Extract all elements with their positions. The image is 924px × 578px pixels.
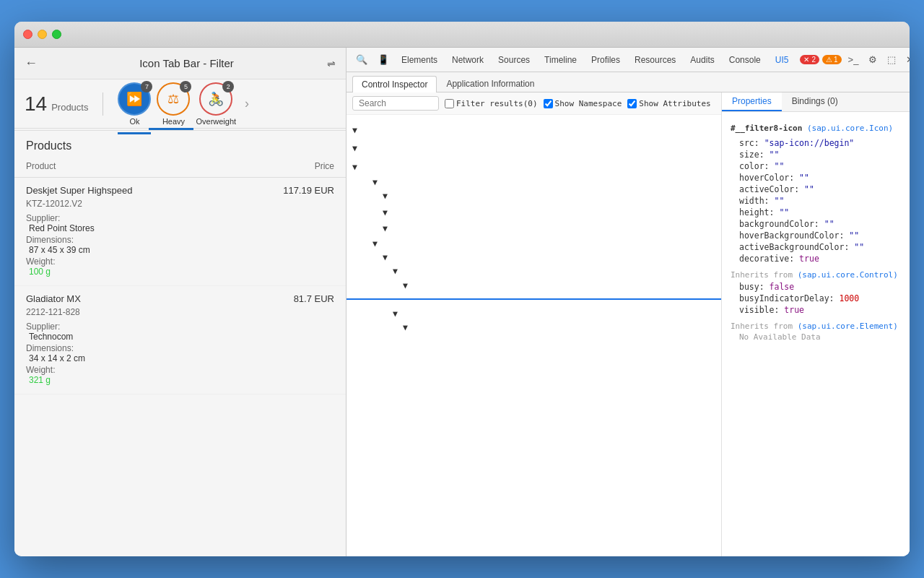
search-icon-btn[interactable]: 🔍 — [352, 52, 371, 67]
tab-sources[interactable]: Sources — [492, 53, 536, 67]
tab-icon-ok[interactable]: ⏩ 7 Ok — [118, 82, 151, 126]
left-panel-title: Icon Tab Bar - Filter — [46, 57, 327, 69]
show-namespace-checkbox[interactable]: Show Namespace — [544, 99, 622, 108]
tree-line[interactable]: ▼ — [346, 237, 721, 251]
product-top-row: Deskjet Super Highspeed 117.19 EUR — [26, 185, 334, 196]
device-icon-btn[interactable]: 📱 — [374, 52, 393, 67]
tree-line[interactable]: ▼ — [346, 279, 721, 293]
prop-line: width: "" — [731, 195, 901, 207]
tree-line[interactable]: ▼ — [346, 142, 721, 155]
props-tabs: Properties Bindings (0) — [722, 92, 910, 112]
tab-icon-heavy[interactable]: ⚖ 5 Heavy — [157, 82, 190, 126]
tab-app-info[interactable]: Application Information — [437, 75, 544, 92]
no-data-text: No Available Data — [731, 332, 901, 342]
filter-bar: Filter results(0) Show Namespace Show At… — [346, 92, 721, 115]
title-bar — [14, 22, 910, 48]
filter-results-label: Filter results(0) — [456, 99, 538, 108]
tab-resources[interactable]: Resources — [629, 53, 681, 67]
tree-line[interactable]: ▼ — [346, 321, 721, 335]
tree-line[interactable]: ▼ — [346, 206, 721, 220]
heavy-label: Heavy — [162, 117, 185, 126]
close-devtools-btn[interactable]: ✕ — [902, 52, 910, 67]
supplier-label: Supplier: — [26, 213, 334, 223]
tree-line[interactable]: ▼ — [346, 222, 721, 236]
selected-element-header: #__filter8-icon (sap.ui.core.Icon) — [731, 124, 901, 134]
tab-console[interactable]: Console — [723, 53, 767, 67]
supplier-val: Red Point Stores — [29, 223, 334, 233]
props-content: #__filter8-icon (sap.ui.core.Icon) src: … — [722, 112, 910, 348]
back-button[interactable]: ← — [25, 56, 38, 71]
tab-timeline[interactable]: Timeline — [539, 53, 583, 67]
tree-line[interactable]: ▼ — [346, 251, 721, 264]
tab-control-inspector[interactable]: Control Inspector — [352, 76, 437, 92]
prop-line: activeBackgroundColor: "" — [731, 241, 901, 253]
tab-audits[interactable]: Audits — [684, 53, 720, 67]
tab-arrow-right[interactable]: › — [242, 93, 252, 114]
show-attributes-checkbox[interactable]: Show Attributes — [627, 99, 710, 108]
product-item[interactable]: Deskjet Super Highspeed 117.19 EUR KTZ-1… — [14, 178, 346, 286]
props-tab-properties[interactable]: Properties — [722, 92, 782, 111]
prop-line: color: "" — [731, 160, 901, 172]
tree-line[interactable]: ▼ — [346, 307, 721, 321]
control-prop-lines: busy: falsebusyIndicatorDelay: 1000visib… — [731, 281, 901, 316]
tree-line[interactable]: ▼ — [346, 124, 721, 137]
heavy-circle: ⚖ 5 — [157, 82, 190, 116]
minimize-button[interactable] — [38, 30, 47, 39]
product-price: 81.7 EUR — [294, 293, 334, 304]
tab-elements[interactable]: Elements — [396, 53, 443, 67]
product-item[interactable]: Gladiator MX 81.7 EUR 2212-121-828 Suppl… — [14, 286, 346, 394]
supplier-label: Supplier: — [26, 322, 334, 332]
tab-icon-overweight[interactable]: 🚴 2 Overweight — [196, 82, 236, 126]
prop-line: backgroundColor: "" — [731, 218, 901, 230]
prop-line: height: "" — [731, 207, 901, 218]
weight-label: Weight: — [26, 256, 334, 267]
left-header: ← Icon Tab Bar - Filter ⇌ — [14, 48, 346, 79]
tab-network[interactable]: Network — [446, 53, 489, 67]
prop-line: hoverBackgroundColor: "" — [731, 230, 901, 241]
traffic-lights — [23, 30, 61, 39]
product-count: 14 Products — [25, 92, 103, 116]
tree-line[interactable]: ▼ — [346, 160, 721, 174]
devtools-toolbar: 🔍 📱 Elements Network Sources Timeline Pr… — [346, 48, 910, 72]
right-icons: >_ ⚙ ⬚ ✕ — [845, 52, 910, 67]
tree-panel: Filter results(0) Show Namespace Show At… — [346, 92, 722, 556]
product-supplier: Supplier: Technocom — [26, 322, 334, 342]
ok-label: Ok — [129, 117, 139, 126]
product-weight: Weight: 321 g — [26, 365, 334, 385]
ok-badge: 7 — [141, 81, 152, 92]
product-dimensions: Dimensions: 34 x 14 x 2 cm — [26, 343, 334, 363]
show-namespace-label: Show Namespace — [555, 99, 622, 108]
section-title: Products — [14, 131, 346, 158]
show-namespace-check[interactable] — [544, 99, 553, 108]
tab-ui5[interactable]: UI5 — [770, 53, 795, 67]
close-button[interactable] — [23, 30, 32, 39]
props-tab-bindings[interactable]: Bindings (0) — [782, 92, 848, 111]
settings-button[interactable]: ⇌ — [327, 58, 336, 69]
tree-line[interactable] — [346, 336, 721, 337]
filter-results-check[interactable] — [445, 99, 454, 108]
prop-line: busyIndicatorDelay: 1000 — [731, 293, 901, 304]
tree-line[interactable]: ▼ — [346, 176, 721, 189]
error-badge: ✕2 — [800, 55, 819, 64]
overweight-label: Overweight — [196, 117, 236, 126]
inspector-tabs: Control Inspector Application Informatio… — [346, 72, 910, 92]
selected-element-type: (sap.ui.core.Icon) — [807, 124, 893, 133]
ok-circle: ⏩ 7 — [118, 82, 151, 116]
tree-line[interactable]: ▼ — [346, 264, 721, 278]
search-input[interactable] — [352, 96, 439, 111]
settings-icon-btn[interactable]: ⚙ — [865, 52, 881, 67]
left-panel: ← Icon Tab Bar - Filter ⇌ 14 Products ⏩ … — [14, 48, 346, 556]
weight-label: Weight: — [26, 365, 334, 375]
heavy-badge: 5 — [180, 81, 191, 92]
prop-line: busy: false — [731, 281, 901, 293]
dock-icon-btn[interactable]: ⬚ — [884, 52, 899, 67]
terminal-icon-btn[interactable]: >_ — [845, 52, 863, 67]
show-attributes-check[interactable] — [627, 99, 637, 108]
tab-profiles[interactable]: Profiles — [585, 53, 626, 67]
filter-results-checkbox[interactable]: Filter results(0) — [445, 99, 538, 108]
tree-line[interactable]: ▼ — [346, 189, 721, 203]
properties-panel: Properties Bindings (0) #__filter8-icon … — [722, 92, 910, 556]
maximize-button[interactable] — [52, 30, 61, 39]
dimensions-label: Dimensions: — [26, 235, 334, 245]
supplier-val: Technocom — [29, 332, 334, 342]
